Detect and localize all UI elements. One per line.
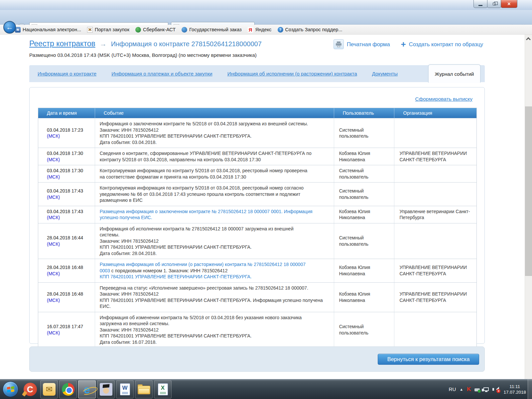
event-date-cell: 03.04.2018 17:43(МСК) <box>38 183 95 206</box>
event-link[interactable]: Размещена информация о заключенном контр… <box>100 209 313 220</box>
organization-cell: УПРАВЛЕНИЕ ВЕТЕРИНАРИИ САНКТ-ПЕТЕРБУРГА <box>394 283 476 312</box>
event-date: 28.04.2018 16:48 <box>47 291 95 297</box>
taskbar: C✉eWX RU ▲ K × 11:11 17.07.2018 <box>0 379 532 399</box>
favorites-item-label: Национальная электрон... <box>23 27 81 32</box>
taskbar-app-chrome[interactable] <box>59 380 77 398</box>
favorites-item[interactable]: ?Создать Запрос поддер... <box>275 27 345 33</box>
taskbar-app-internet-explorer[interactable]: e <box>78 380 96 398</box>
event-cell: Размещена информация о заключенном контр… <box>95 206 334 223</box>
favorites-item-label: Портал закупок <box>95 27 129 32</box>
content-box: Сформировать выписку Дата и времяСобытие… <box>29 87 485 344</box>
timezone-link[interactable]: (МСК) <box>47 157 95 163</box>
start-button[interactable] <box>3 381 18 397</box>
timezone-link[interactable]: (МСК) <box>47 271 95 277</box>
back-icon: ← <box>6 23 13 32</box>
event-date-cell: 28.04.2018 16:48(МСК) <box>38 259 95 282</box>
back-to-results-button[interactable]: Вернуться к результатам поиска <box>378 354 479 365</box>
favorites-item[interactable]: Государственный заказ <box>179 27 245 33</box>
event-date: 03.04.2018 17:30 <box>47 168 95 174</box>
word-icon: W <box>120 383 130 395</box>
taskbar-app-word[interactable]: W <box>116 380 134 398</box>
tray-expand-icon[interactable]: ▲ <box>460 387 463 391</box>
favorites-bar: ★→ ≋Национальная электрон...ЖПортал заку… <box>0 25 532 35</box>
organization-cell <box>394 223 476 259</box>
explorer-folder-icon <box>138 384 150 394</box>
table-row: 03.04.2018 17:43(МСК)Размещена информаци… <box>38 206 476 223</box>
user-cell: Системный пользователь <box>334 223 394 259</box>
create-contract-link[interactable]: Создать контракт по образцу <box>409 41 483 48</box>
taskbar-app-outlook[interactable]: ✉ <box>40 380 58 398</box>
excel-icon: X <box>158 383 168 395</box>
event-date-cell: 03.04.2018 17:43(МСК) <box>38 206 95 223</box>
taskbar-app-excel[interactable]: X <box>154 380 172 398</box>
tab-link[interactable]: Документы <box>372 71 398 76</box>
breadcrumb: Реестр контрактов → Информация о контрак… <box>29 39 262 48</box>
event-date: 16.07.2018 17:47 <box>47 324 95 330</box>
favorites-item[interactable]: Сбербанк-АСТ <box>132 27 179 33</box>
breadcrumb-arrow-icon: → <box>100 40 107 48</box>
favorites-item[interactable]: ЖПортал закупок <box>84 27 132 33</box>
printer-icon[interactable] <box>333 39 344 49</box>
network-icon[interactable] <box>483 387 489 391</box>
restore-icon <box>493 3 496 5</box>
event-text: с порядковым номером 1. Заказчик: ИНН 78… <box>110 268 228 273</box>
browser-navbar: ← → Ж https://zakupki.gov.ru/rgk/contrac… <box>0 10 532 25</box>
table-row: 03.04.2018 17:30(МСК)Сведения о контракт… <box>38 148 476 165</box>
tab-link[interactable]: Информация о платежах и объекте закупки <box>111 71 212 76</box>
scroll-up-icon[interactable] <box>526 37 531 42</box>
page-scrollbar[interactable] <box>525 35 532 379</box>
minimize-button[interactable] <box>473 0 487 8</box>
scrollbar-thumb[interactable] <box>525 106 532 276</box>
print-form-link[interactable]: Печатная форма <box>347 41 390 48</box>
favorites-item[interactable]: ≋Национальная электрон... <box>12 27 84 33</box>
generate-extract-link[interactable]: Сформировать выписку <box>415 96 472 102</box>
timezone-link[interactable]: (МСК) <box>47 297 95 304</box>
table-row: 16.07.2018 17:47(МСК)Информация об измен… <box>38 312 476 348</box>
timezone-link[interactable]: (МСК) <box>47 241 95 247</box>
organization-cell: УПРАВЛЕНИЕ ВЕТЕРИНАРИИ САНКТ-ПЕТЕРБУРГА <box>394 259 476 282</box>
restore-button[interactable] <box>487 0 501 8</box>
tab-link[interactable]: Информация о контракте <box>38 71 96 76</box>
event-cell: Информация об изменении контракта № 5/20… <box>95 312 334 348</box>
breadcrumb-registry-link[interactable]: Реестр контрактов <box>29 39 95 48</box>
column-header: Дата и время <box>38 108 95 118</box>
chrome-icon <box>62 383 74 396</box>
organization-cell <box>394 165 476 182</box>
taskbar-app-ccleaner[interactable]: C <box>21 380 39 398</box>
system-tray: RU ▲ K × 11:11 17.07.2018 <box>449 379 526 399</box>
event-cell: Информация об исполнении контракта № 278… <box>95 223 334 259</box>
window-controls: × <box>474 0 517 8</box>
page-content: Реестр контрактов → Информация о контрак… <box>0 35 525 379</box>
event-link[interactable]: КПП 784201001 УПРАВЛЕНИЕ ВЕТЕРИНАРИИ САН… <box>100 274 252 279</box>
column-header: Организация <box>394 108 476 118</box>
user-cell: Системный пользователь <box>334 118 394 148</box>
favorites-item[interactable]: ЯЯндекс <box>245 27 275 33</box>
kaspersky-icon[interactable]: K <box>467 386 471 393</box>
timezone-link[interactable]: (МСК) <box>47 174 95 180</box>
show-desktop-button[interactable] <box>528 379 532 399</box>
organization-cell: Управление ветеринарии Санкт-Петербурга <box>394 206 476 223</box>
eagle-page-icon: Ж <box>87 27 93 33</box>
timezone-link[interactable]: (МСК) <box>47 330 95 336</box>
taskbar-app-graduation-app[interactable] <box>97 380 115 398</box>
outlook-icon: ✉ <box>43 383 56 396</box>
volume-muted-icon[interactable]: × <box>492 386 500 392</box>
language-indicator[interactable]: RU <box>449 386 456 392</box>
yandex-icon: Я <box>248 27 253 33</box>
usb-device-icon[interactable] <box>474 388 480 391</box>
taskbar-app-explorer-folder[interactable] <box>135 380 153 398</box>
tab-event-log-active[interactable]: Журнал событий <box>428 65 480 83</box>
user-cell: Кобзева Юлия Николаевна <box>334 148 394 165</box>
timezone-link[interactable]: (МСК) <box>47 133 95 139</box>
event-date: 03.04.2018 17:30 <box>47 150 95 157</box>
back-button[interactable]: ← <box>3 21 16 34</box>
timezone-link[interactable]: (МСК) <box>47 214 95 221</box>
tab-link[interactable]: Информация об исполнении (о расторжении)… <box>227 71 357 76</box>
event-date: 03.04.2018 17:43 <box>47 188 95 194</box>
column-header: Событие <box>95 108 334 118</box>
timezone-link[interactable]: (МСК) <box>47 194 95 200</box>
tray-clock[interactable]: 11:11 17.07.2018 <box>503 384 526 395</box>
event-date: 28.04.2018 16:44 <box>47 235 95 241</box>
close-button[interactable]: × <box>501 0 517 8</box>
event-date: 28.04.2018 16:48 <box>47 264 95 271</box>
